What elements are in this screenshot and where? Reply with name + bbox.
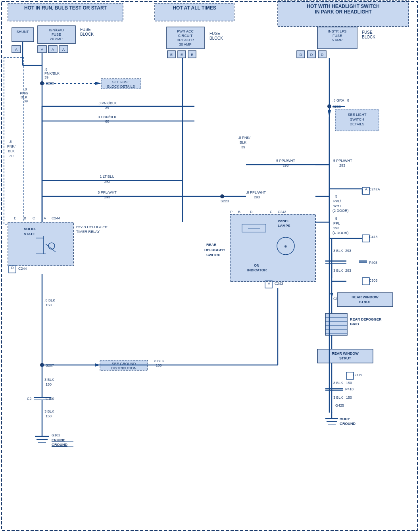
svg-text:BLOCK: BLOCK — [80, 32, 94, 36]
svg-text:LAMPS: LAMPS — [278, 224, 290, 228]
svg-text:20 AMP: 20 AMP — [50, 37, 63, 41]
svg-text:D: D — [250, 210, 253, 214]
svg-text:30 AMP: 30 AMP — [179, 42, 192, 46]
svg-text:5 PPL/WHT: 5 PPL/WHT — [333, 159, 352, 163]
svg-text:293: 293 — [339, 163, 345, 167]
svg-text:293: 293 — [345, 249, 351, 253]
svg-text:CIRCUIT: CIRCUIT — [178, 34, 193, 38]
svg-text:3 BLK: 3 BLK — [44, 409, 54, 413]
svg-text:BLK: BLK — [240, 140, 246, 144]
svg-text:293: 293 — [254, 195, 260, 199]
svg-text:E: E — [181, 53, 183, 57]
svg-text:150: 150 — [346, 396, 352, 399]
svg-text:3 BLK: 3 BLK — [333, 269, 343, 273]
svg-text:REAR DEFOGGER: REAR DEFOGGER — [76, 225, 108, 229]
svg-text:INDICATOR: INDICATOR — [247, 268, 267, 272]
svg-text:B: B — [24, 216, 26, 220]
svg-rect-191 — [346, 372, 354, 379]
svg-text:.8 PNK/: .8 PNK/ — [238, 136, 251, 140]
svg-text:.8 BLK: .8 BLK — [153, 359, 164, 363]
svg-text:HOT WITH HEADLIGHT SWITCH: HOT WITH HEADLIGHT SWITCH — [307, 4, 379, 9]
svg-text:3 BLK: 3 BLK — [333, 381, 343, 385]
svg-text:.8: .8 — [9, 140, 12, 144]
svg-text:P: P — [230, 210, 233, 214]
svg-text:C: C — [270, 210, 273, 214]
svg-text:.8 BLK: .8 BLK — [44, 298, 55, 302]
svg-text:D: D — [300, 53, 302, 57]
svg-text:.8 PNK/BLK: .8 PNK/BLK — [98, 101, 117, 105]
svg-text:.8 PPL/WHT: .8 PPL/WHT — [246, 190, 266, 194]
svg-text:FUSE: FUSE — [333, 34, 342, 38]
svg-text:293: 293 — [283, 163, 288, 167]
svg-text:39: 39 — [24, 99, 28, 103]
svg-text:39: 39 — [44, 75, 48, 79]
svg-text:A: A — [365, 187, 367, 191]
svg-text:5 PPL/WHT: 5 PPL/WHT — [98, 190, 117, 194]
svg-text:TIMER RELAY: TIMER RELAY — [76, 230, 100, 234]
svg-text:BLK: BLK — [8, 149, 15, 153]
svg-text:BODY: BODY — [340, 417, 350, 421]
svg-rect-77 — [4, 58, 24, 224]
svg-text:REAR WINDOW: REAR WINDOW — [332, 351, 359, 355]
svg-text:SHUNT: SHUNT — [17, 30, 29, 34]
svg-text:150: 150 — [46, 414, 52, 418]
svg-text:PPL/: PPL/ — [333, 199, 341, 203]
svg-text:5 AMP: 5 AMP — [332, 38, 343, 42]
svg-text:A: A — [268, 282, 270, 286]
svg-text:FUSE: FUSE — [80, 27, 91, 32]
svg-text:E: E — [191, 53, 193, 57]
svg-text:ON: ON — [254, 263, 259, 267]
svg-text:39: 39 — [10, 154, 13, 158]
svg-text:STRUT: STRUT — [359, 300, 371, 304]
svg-text:150: 150 — [346, 381, 352, 385]
svg-text:DEFOGGER: DEFOGGER — [204, 248, 225, 252]
svg-text:60: 60 — [105, 119, 109, 123]
svg-text:GROUND: GROUND — [340, 422, 356, 426]
svg-text:PPL: PPL — [333, 221, 340, 225]
svg-text:HOT AT ALL TIMES: HOT AT ALL TIMES — [173, 5, 216, 11]
svg-text:STATE: STATE — [24, 232, 35, 236]
svg-text:(4 DOOR): (4 DOOR) — [333, 231, 349, 235]
svg-point-107 — [220, 194, 224, 198]
svg-text:SEE FUSE: SEE FUSE — [112, 80, 130, 84]
svg-text:5: 5 — [335, 217, 337, 221]
svg-text:C247A: C247A — [369, 187, 380, 191]
svg-text:REAR: REAR — [206, 243, 217, 247]
svg-text:PWR ACC: PWR ACC — [177, 29, 194, 33]
svg-text:D: D — [11, 266, 14, 270]
svg-text:STRUT: STRUT — [339, 356, 351, 360]
svg-text:DISTRIBUTION: DISTRIBUTION — [111, 366, 136, 370]
svg-text:REAR WINDOW: REAR WINDOW — [352, 295, 379, 299]
svg-text:39: 39 — [241, 145, 245, 149]
svg-text:FUSE: FUSE — [52, 33, 61, 36]
svg-text:BREAKER: BREAKER — [177, 38, 194, 42]
svg-text:C905: C905 — [369, 278, 378, 282]
svg-text:.8: .8 — [24, 87, 27, 91]
svg-text:39: 39 — [105, 106, 109, 110]
svg-text:5: 5 — [335, 194, 337, 198]
svg-rect-170 — [362, 278, 369, 285]
svg-rect-177 — [325, 313, 347, 335]
svg-text:⊕: ⊕ — [284, 244, 287, 248]
svg-text:A: A — [52, 48, 54, 52]
svg-text:BLOCK: BLOCK — [362, 35, 375, 39]
svg-text:PNK/BLK: PNK/BLK — [44, 71, 60, 75]
svg-text:PANEL: PANEL — [278, 219, 290, 223]
svg-text:A: A — [62, 48, 65, 52]
svg-text:HOT IN RUN, BULB TEST OR START: HOT IN RUN, BULB TEST OR START — [24, 5, 107, 11]
svg-text:C243: C243 — [275, 282, 283, 286]
svg-text:C908: C908 — [353, 373, 362, 377]
svg-text:C244: C244 — [52, 216, 60, 220]
svg-text:G425: G425 — [335, 403, 344, 407]
svg-text:1 LT BLU: 1 LT BLU — [100, 175, 114, 179]
svg-text:3 BLK: 3 BLK — [333, 249, 343, 253]
svg-text:3 BLK: 3 BLK — [333, 396, 343, 399]
svg-text:293: 293 — [333, 226, 339, 230]
svg-text:IGN/GAU: IGN/GAU — [49, 28, 64, 32]
svg-text:292: 292 — [104, 179, 110, 183]
svg-text:P410: P410 — [345, 387, 354, 391]
svg-marker-58 — [95, 82, 101, 85]
wiring-diagram: text { font-family: Arial, Helvetica, sa… — [0, 0, 419, 532]
svg-text:3 BLK: 3 BLK — [44, 378, 54, 382]
svg-text:SOLID-: SOLID- — [24, 227, 36, 231]
